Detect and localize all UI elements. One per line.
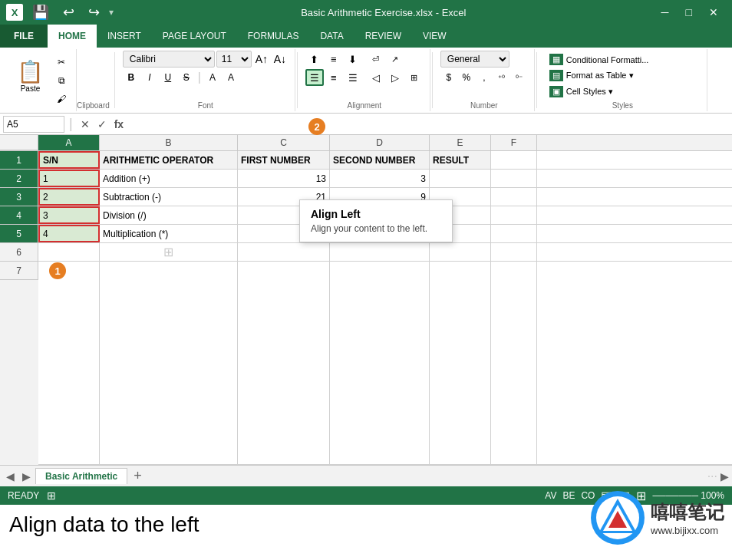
col-header-d[interactable]: D [330, 135, 430, 150]
col-header-f[interactable]: F [491, 135, 537, 150]
col-header-b[interactable]: B [100, 135, 238, 150]
decrease-indent-button[interactable]: ◁ [367, 69, 385, 86]
format-as-table-button[interactable]: ▤ Format as Table ▾ [545, 68, 638, 83]
decrease-decimal-button[interactable]: ⁰⁻ [511, 69, 528, 86]
copy-button[interactable]: ⧉ [53, 72, 70, 89]
tab-file[interactable]: FILE [0, 25, 48, 48]
cell-e7[interactable] [430, 262, 491, 464]
cell-a2[interactable]: 1 [38, 170, 100, 187]
cell-d7[interactable] [330, 262, 430, 464]
sheet-tab-basic-arithmetic[interactable]: Basic Arithmetic [35, 468, 127, 484]
tab-page-layout[interactable]: PAGE LAYOUT [152, 25, 237, 48]
insert-function-button[interactable]: fx [111, 117, 127, 132]
italic-button[interactable]: I [141, 69, 158, 86]
strikethrough-button[interactable]: S [178, 69, 195, 86]
cell-f6[interactable] [491, 243, 537, 261]
font-color-button[interactable]: A [223, 69, 239, 86]
minimize-button[interactable]: ─ [654, 5, 677, 20]
cell-styles-button[interactable]: ▣ Cell Styles ▾ [545, 84, 618, 99]
cell-a1[interactable]: S/N [38, 151, 100, 169]
merge-center-button[interactable]: ⊞ [405, 69, 424, 86]
cell-c2[interactable]: 13 [238, 170, 330, 187]
close-button[interactable]: ✕ [701, 5, 726, 20]
name-box[interactable] [3, 116, 64, 133]
cell-a6[interactable] [38, 243, 100, 261]
tab-formulas[interactable]: FORMULAS [237, 25, 310, 48]
angle-text-button[interactable]: ↗ [386, 51, 404, 68]
confirm-formula-button[interactable]: ✓ [94, 117, 110, 132]
cell-d6[interactable] [330, 243, 430, 261]
tab-data[interactable]: DATA [309, 25, 354, 48]
cell-b1[interactable]: ARITHMETIC OPERATOR [100, 151, 238, 169]
number-format-select[interactable]: General [440, 51, 509, 68]
row-header-3[interactable]: 3 [0, 188, 38, 206]
increase-indent-button[interactable]: ▷ [386, 69, 404, 86]
tab-view[interactable]: VIEW [412, 25, 457, 48]
cell-f7[interactable] [491, 262, 537, 464]
increase-decimal-button[interactable]: ⁺⁰ [493, 69, 510, 86]
paste-button[interactable]: 📋 Paste [9, 52, 51, 100]
col-header-a[interactable]: A [38, 135, 100, 150]
sheet-nav-next[interactable]: ▶ [19, 469, 34, 484]
underline-button[interactable]: U [160, 69, 176, 86]
redo-button[interactable]: ↪ [84, 2, 104, 22]
col-header-e[interactable]: E [430, 135, 491, 150]
wrap-text-button[interactable]: ⏎ [367, 51, 385, 68]
save-button[interactable]: 💾 [28, 2, 54, 22]
cell-b6[interactable]: ⊞ [100, 243, 238, 261]
cut-button[interactable]: ✂ [53, 54, 70, 71]
align-center-button[interactable]: ≡ [325, 69, 343, 86]
cell-f4[interactable] [491, 206, 537, 224]
sheet-nav-prev[interactable]: ◀ [3, 469, 18, 484]
cell-b3[interactable]: Subtraction (-) [100, 188, 238, 206]
grow-font-button[interactable]: A↑ [253, 51, 270, 68]
align-bottom-button[interactable]: ⬇ [344, 51, 362, 68]
comma-button[interactable]: , [476, 69, 493, 86]
row-header-2[interactable]: 2 [0, 170, 38, 188]
cell-b4[interactable]: Division (/) [100, 206, 238, 224]
align-middle-button[interactable]: ≡ [325, 51, 343, 68]
undo-button[interactable]: ↩ [58, 2, 79, 22]
col-header-c[interactable]: C [238, 135, 330, 150]
formula-input[interactable] [130, 118, 729, 130]
tab-home[interactable]: HOME [48, 25, 97, 48]
cell-a4[interactable]: 3 [38, 206, 100, 224]
cancel-formula-button[interactable]: ✕ [77, 117, 93, 132]
align-top-button[interactable]: ⬆ [305, 51, 324, 68]
cell-b2[interactable]: Addition (+) [100, 170, 238, 187]
cell-e2[interactable] [430, 170, 491, 187]
row-header-4[interactable]: 4 [0, 206, 38, 225]
row-header-5[interactable]: 5 [0, 225, 38, 243]
scroll-right-button[interactable]: ▶ [720, 469, 729, 483]
font-name-select[interactable]: Calibri [123, 51, 215, 68]
font-size-select[interactable]: 11 [216, 51, 252, 68]
currency-button[interactable]: $ [440, 69, 457, 86]
bold-button[interactable]: B [123, 69, 140, 86]
tab-review[interactable]: REVIEW [354, 25, 412, 48]
cell-b7[interactable] [100, 262, 238, 464]
row-header-7[interactable]: 7 [0, 262, 38, 280]
cell-a3[interactable]: 2 [38, 188, 100, 206]
cell-e6[interactable] [430, 243, 491, 261]
fill-color-button[interactable]: A [204, 69, 221, 86]
format-painter-button[interactable]: 🖌 [53, 91, 70, 107]
shrink-font-button[interactable]: A↓ [272, 51, 289, 68]
maximize-button[interactable]: □ [678, 5, 700, 20]
align-left-button[interactable]: ☰ [305, 69, 324, 86]
conditional-formatting-button[interactable]: ▦ Conditional Formatti... [545, 52, 654, 67]
cell-c1[interactable]: FIRST NUMBER [238, 151, 330, 169]
cell-c7[interactable] [238, 262, 330, 464]
cell-d1[interactable]: SECOND NUMBER [330, 151, 430, 169]
percent-button[interactable]: % [458, 69, 475, 86]
cell-f2[interactable] [491, 170, 537, 187]
row-header-1[interactable]: 1 [0, 151, 38, 170]
align-right-button[interactable]: ☰ [344, 69, 362, 86]
cell-c6[interactable] [238, 243, 330, 261]
cell-a7[interactable] [38, 262, 100, 464]
cell-a5[interactable]: 4 [38, 225, 100, 242]
row-header-6[interactable]: 6 [0, 243, 38, 262]
cell-f3[interactable] [491, 188, 537, 206]
cell-f1[interactable] [491, 151, 537, 169]
cell-f5[interactable] [491, 225, 537, 242]
cell-e1[interactable]: RESULT [430, 151, 491, 169]
